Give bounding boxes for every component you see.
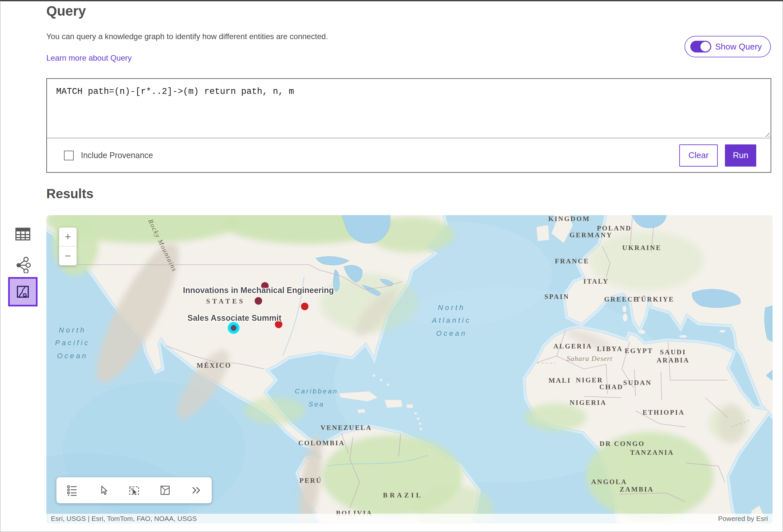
entity-point[interactable] <box>254 297 262 304</box>
include-provenance-checkbox[interactable]: Include Provenance <box>64 151 153 160</box>
cursor-select-icon[interactable] <box>96 483 110 497</box>
map-label-north-pacific-ocean: North Pacific Ocean <box>55 323 90 362</box>
map-attribution: Esri, USGS | Esri, TomTom, FAO, NOAA, US… <box>46 514 773 524</box>
map-label-sudan: SUDAN <box>623 378 652 387</box>
map-label-egypt: EGYPT <box>625 347 653 355</box>
map-label-tanzania: TANZANIA <box>630 448 674 457</box>
legend-list-icon[interactable] <box>65 483 79 497</box>
page-title: Query <box>46 3 86 19</box>
map-label-t-rkiye: TÜRKIYE <box>635 295 675 303</box>
link-chart-icon <box>14 256 31 273</box>
query-panel: MATCH path=(n)-[r*..2]->(m) return path,… <box>46 78 771 173</box>
query-footer: Include Provenance Clear Run <box>47 138 771 172</box>
results-title: Results <box>46 187 94 201</box>
map-label-venezuela: VENEZUELA <box>320 424 372 432</box>
map-label-libya: LIBYA <box>597 344 623 353</box>
map-label-ukraine: UKRAINE <box>622 244 661 252</box>
map-label-per: PERÚ <box>300 476 322 485</box>
zoom-out-button[interactable]: − <box>59 246 77 265</box>
map-label-saudi-arabia: SAUDI ARABIA <box>657 348 690 364</box>
table-icon <box>14 226 31 242</box>
entity-point-selected[interactable] <box>228 322 240 334</box>
map-label-colombia: COLOMBIA <box>298 439 345 447</box>
map-label-states: STATES <box>206 297 245 305</box>
entity-label-innovations-in-mechanical-engineering: Innovations in Mechanical Engineering <box>183 285 334 295</box>
select-rectangle-icon[interactable] <box>127 483 141 497</box>
checkbox-box-icon[interactable] <box>64 151 74 160</box>
entity-label-sales-associate-summit: Sales Associate Summit <box>187 313 281 323</box>
map-label-dr-congo: DR CONGO <box>600 439 645 447</box>
page-description: You can query a knowledge graph to ident… <box>46 32 328 41</box>
entity-point[interactable] <box>301 303 309 310</box>
map-label-m-xico: MÉXICO <box>197 361 232 369</box>
learn-more-link[interactable]: Learn more about Query <box>46 54 131 63</box>
toggle-switch-icon[interactable] <box>690 41 711 53</box>
map-label-algeria: ALGERIA <box>553 342 592 351</box>
map-label-brazil: BRAZIL <box>383 491 423 499</box>
toggle-knob <box>700 42 710 52</box>
map-toolbar <box>57 477 212 503</box>
table-view-button[interactable] <box>14 225 32 243</box>
map-label-germany: GERMANY <box>570 231 613 239</box>
map-label-sahara-desert: Sahara Desert <box>567 354 613 363</box>
map-label-north-atlantic-ocean: North Atlantic Ocean <box>432 301 471 340</box>
map-label-caribbean-sea: Caribbean Sea <box>295 385 338 411</box>
map-label-zambia: ZAMBIA <box>620 485 654 493</box>
map-label-france: FRANCE <box>555 257 590 265</box>
map-view-button[interactable] <box>8 277 37 306</box>
map-label-angola: ANGOLA <box>591 478 627 486</box>
map-label-mali: MALI <box>549 376 571 385</box>
map-label-ethiopia: ETHIOPIA <box>643 408 685 417</box>
map-label-chad: CHAD <box>599 383 623 391</box>
query-actions: Clear Run <box>679 144 756 167</box>
map-zoom-control: + − <box>59 228 77 265</box>
query-input[interactable]: MATCH path=(n)-[r*..2]->(m) return path,… <box>47 79 771 138</box>
link-chart-view-button[interactable] <box>14 256 32 274</box>
include-provenance-label: Include Provenance <box>81 151 153 160</box>
show-query-label: Show Query <box>715 42 762 52</box>
expand-chevrons-icon[interactable] <box>189 483 203 497</box>
show-query-toggle[interactable]: Show Query <box>685 36 771 57</box>
zoom-in-button[interactable]: + <box>59 228 77 246</box>
run-button[interactable]: Run <box>725 144 756 167</box>
map-label-greece: GREECE <box>604 295 639 303</box>
map-label-nigeria: NIGERIA <box>570 399 606 407</box>
results-map[interactable]: KINGDOMPOLANDGERMANYUKRAINEFRANCEITALYSP… <box>46 215 773 524</box>
map-label-italy: ITALY <box>583 277 609 286</box>
map-label-spain: SPAIN <box>544 292 569 301</box>
attribution-sources: Esri, USGS | Esri, TomTom, FAO, NOAA, US… <box>51 515 197 523</box>
results-view-switcher <box>6 225 39 306</box>
select-polygon-icon[interactable] <box>158 483 172 497</box>
clear-button[interactable]: Clear <box>679 144 718 167</box>
map-label-kingdom: KINGDOM <box>549 215 590 223</box>
attribution-powered-by: Powered by Esri <box>718 515 768 523</box>
map-icon <box>15 284 30 299</box>
